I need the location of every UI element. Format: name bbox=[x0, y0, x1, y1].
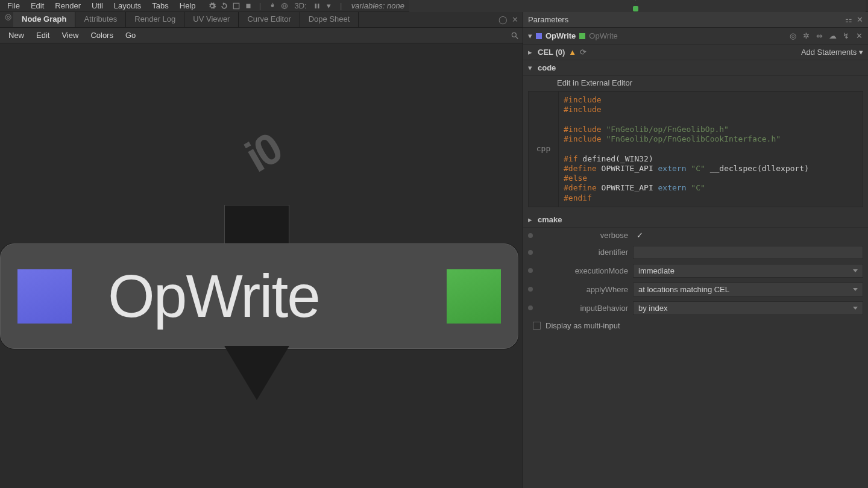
param-state-icon[interactable] bbox=[528, 250, 533, 255]
title-chevron-icon[interactable]: ▾ bbox=[634, 0, 638, 2]
menu-layouts[interactable]: Layouts bbox=[109, 1, 146, 11]
param-inputbehavior: inputBehavior by index bbox=[523, 299, 868, 318]
render-icon[interactable] bbox=[231, 1, 242, 11]
menu-edit[interactable]: Edit bbox=[26, 1, 49, 11]
param-label: identifier bbox=[538, 248, 628, 257]
svg-rect-4 bbox=[318, 4, 319, 8]
ng-menu-colors[interactable]: Colors bbox=[86, 30, 118, 41]
code-text[interactable]: #include #include #include "FnGeolib/op/… bbox=[559, 92, 863, 207]
code-editor[interactable]: cpp #include #include #include "FnGeolib… bbox=[528, 91, 863, 207]
chevron-down-icon[interactable]: ▾ bbox=[324, 1, 335, 11]
opwrite-node[interactable]: OpWrite bbox=[0, 243, 518, 349]
node-output-port[interactable] bbox=[224, 346, 289, 400]
tab-gear-icon[interactable]: ◯ bbox=[498, 16, 507, 24]
cmake-label: cmake bbox=[538, 215, 562, 224]
globe-icon[interactable] bbox=[279, 1, 290, 11]
menu-file[interactable]: File bbox=[2, 1, 25, 11]
wrench-icon[interactable]: ↯ bbox=[841, 32, 850, 40]
param-state-icon[interactable] bbox=[528, 268, 533, 273]
refresh-icon[interactable] bbox=[219, 1, 230, 11]
menu-help[interactable]: Help bbox=[175, 1, 201, 11]
add-statements-button[interactable]: Add Statements ▾ bbox=[801, 48, 863, 57]
variables-label[interactable]: variables: none bbox=[348, 1, 408, 10]
applywhere-dropdown[interactable]: at locations matching CEL bbox=[633, 283, 863, 296]
disclosure-icon[interactable]: ▾ bbox=[528, 31, 532, 40]
panel-pin-icon[interactable]: ⚏ bbox=[845, 16, 852, 23]
threed-label: 3D: bbox=[291, 1, 310, 10]
app-menubar: File Edit Render Util Layouts Tabs Help … bbox=[0, 0, 868, 12]
param-state-icon[interactable] bbox=[528, 305, 533, 310]
search-icon[interactable] bbox=[511, 31, 519, 40]
bubble-icon[interactable]: ☁ bbox=[828, 32, 837, 40]
verbose-checkbox[interactable] bbox=[633, 231, 643, 240]
code-group[interactable]: ▾ code bbox=[523, 60, 868, 76]
refresh-icon[interactable]: ⟳ bbox=[580, 48, 587, 57]
target-icon[interactable]: ◎ bbox=[788, 32, 797, 40]
edit-external-button[interactable]: Edit in External Editor bbox=[523, 76, 868, 90]
tab-anchor-icon[interactable]: ◎ bbox=[4, 12, 12, 21]
sep-icon2: | bbox=[336, 1, 347, 11]
io-watermark: i0 bbox=[237, 123, 289, 181]
param-label: inputBehavior bbox=[538, 304, 628, 313]
multiinput-row[interactable]: Display as multi-input bbox=[523, 318, 868, 334]
panel-tabs: ◎ Node Graph Attributes Render Log UV Vi… bbox=[0, 12, 523, 28]
menu-util[interactable]: Util bbox=[87, 1, 108, 11]
tab-dope-sheet[interactable]: Dope Sheet bbox=[300, 12, 359, 27]
cel-group[interactable]: ▸ CEL (0) ▲ ⟳ Add Statements ▾ bbox=[523, 45, 868, 60]
parameters-body: ▾ OpWrite OpWrite ◎ ✲ ⇔ ☁ ↯ ✕ ▸ CEL (0) … bbox=[523, 28, 868, 488]
node-graph-canvas[interactable]: i0 OpWrite bbox=[0, 43, 523, 488]
executionmode-dropdown[interactable]: immediate bbox=[633, 264, 863, 278]
link-icon[interactable]: ⇔ bbox=[815, 32, 823, 40]
code-disclosure-icon[interactable]: ▾ bbox=[528, 63, 534, 72]
ng-menu-view[interactable]: View bbox=[57, 30, 83, 41]
gear-icon[interactable]: ✲ bbox=[802, 32, 810, 40]
panel-close-icon[interactable]: ✕ bbox=[856, 16, 863, 23]
param-label: applyWhere bbox=[538, 285, 628, 294]
code-lang-label: cpp bbox=[529, 92, 559, 207]
node-header-type: OpWrite bbox=[589, 31, 617, 40]
multiinput-checkbox[interactable] bbox=[533, 322, 541, 330]
cmake-group[interactable]: ▸ cmake bbox=[523, 212, 868, 228]
gear-icon[interactable] bbox=[207, 1, 218, 11]
nodegraph-menubar: New Edit View Colors Go bbox=[0, 28, 523, 43]
variables-word: variables: bbox=[351, 1, 385, 10]
code-label: code bbox=[538, 63, 556, 72]
tab-attributes[interactable]: Attributes bbox=[75, 12, 126, 27]
view-flag-icon[interactable] bbox=[579, 33, 585, 39]
tab-render-log[interactable]: Render Log bbox=[126, 12, 184, 27]
cel-label: CEL (0) bbox=[538, 48, 565, 57]
multiinput-label: Display as multi-input bbox=[546, 321, 620, 330]
edit-flag-icon[interactable] bbox=[536, 33, 542, 39]
svg-point-5 bbox=[512, 33, 516, 37]
menu-tabs[interactable]: Tabs bbox=[147, 1, 173, 11]
ng-menu-new[interactable]: New bbox=[4, 30, 29, 41]
tab-node-graph[interactable]: Node Graph bbox=[13, 12, 75, 27]
node-input-port[interactable] bbox=[224, 205, 289, 247]
warning-icon: ▲ bbox=[568, 48, 576, 57]
tab-close-icon[interactable]: ✕ bbox=[511, 16, 519, 24]
ng-menu-edit[interactable]: Edit bbox=[31, 30, 54, 41]
flame-icon[interactable] bbox=[267, 1, 278, 11]
param-state-icon[interactable] bbox=[528, 287, 533, 292]
node-header-name[interactable]: OpWrite bbox=[546, 31, 576, 40]
pause-icon[interactable] bbox=[312, 1, 322, 11]
close-icon[interactable]: ✕ bbox=[855, 32, 863, 40]
inputbehavior-dropdown[interactable]: by index bbox=[633, 301, 863, 315]
menu-render[interactable]: Render bbox=[50, 1, 86, 11]
node-view-flag[interactable] bbox=[447, 269, 501, 324]
parameters-title: Parameters bbox=[528, 15, 568, 24]
node-edit-flag[interactable] bbox=[17, 269, 72, 324]
param-label: executionMode bbox=[538, 266, 628, 275]
tab-curve-editor[interactable]: Curve Editor bbox=[239, 12, 300, 27]
param-applywhere: applyWhere at locations matching CEL bbox=[523, 280, 868, 299]
cel-disclosure-icon[interactable]: ▸ bbox=[528, 48, 534, 57]
param-label: verbose bbox=[538, 231, 628, 240]
sep-icon: | bbox=[255, 1, 266, 11]
ng-menu-go[interactable]: Go bbox=[121, 30, 140, 41]
cmake-disclosure-icon[interactable]: ▸ bbox=[528, 215, 534, 224]
param-state-icon[interactable] bbox=[528, 233, 533, 238]
stop-icon[interactable] bbox=[243, 1, 254, 11]
variables-value: none bbox=[387, 1, 404, 10]
tab-uv-viewer[interactable]: UV Viewer bbox=[184, 12, 239, 27]
identifier-input[interactable] bbox=[633, 246, 863, 259]
